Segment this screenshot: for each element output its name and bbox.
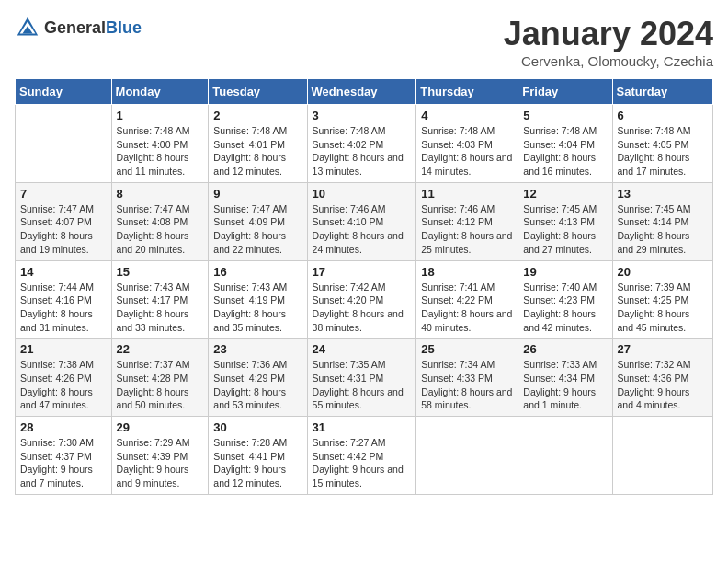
location-title: Cervenka, Olomoucky, Czechia	[504, 53, 713, 69]
calendar-table: SundayMondayTuesdayWednesdayThursdayFrid…	[15, 78, 713, 495]
calendar-cell: 31Sunrise: 7:27 AMSunset: 4:42 PMDayligh…	[307, 417, 416, 495]
calendar-cell: 8Sunrise: 7:47 AMSunset: 4:08 PMDaylight…	[111, 182, 209, 260]
calendar-week-4: 21Sunrise: 7:38 AMSunset: 4:26 PMDayligh…	[16, 339, 713, 417]
calendar-cell: 26Sunrise: 7:33 AMSunset: 4:34 PMDayligh…	[518, 339, 612, 417]
weekday-header-thursday: Thursday	[416, 79, 518, 105]
day-number: 5	[523, 109, 607, 122]
day-number: 7	[20, 187, 107, 201]
weekday-header-friday: Friday	[518, 79, 612, 105]
calendar-cell: 2Sunrise: 7:48 AMSunset: 4:01 PMDaylight…	[209, 105, 307, 183]
day-info: Sunrise: 7:42 AMSunset: 4:20 PMDaylight:…	[313, 281, 412, 335]
day-info: Sunrise: 7:47 AMSunset: 4:08 PMDaylight:…	[117, 202, 204, 257]
weekday-header-row: SundayMondayTuesdayWednesdayThursdayFrid…	[16, 79, 713, 105]
day-number: 10	[313, 187, 412, 201]
day-info: Sunrise: 7:37 AMSunset: 4:28 PMDaylight:…	[117, 358, 204, 412]
calendar-header: SundayMondayTuesdayWednesdayThursdayFrid…	[16, 79, 713, 105]
calendar-cell: 6Sunrise: 7:48 AMSunset: 4:05 PMDaylight…	[612, 105, 712, 183]
calendar-cell: 7Sunrise: 7:47 AMSunset: 4:07 PMDaylight…	[16, 182, 112, 260]
calendar-cell: 27Sunrise: 7:32 AMSunset: 4:36 PMDayligh…	[612, 339, 712, 417]
weekday-header-monday: Monday	[111, 79, 209, 105]
day-info: Sunrise: 7:38 AMSunset: 4:26 PMDaylight:…	[20, 358, 107, 412]
calendar-cell: 10Sunrise: 7:46 AMSunset: 4:10 PMDayligh…	[307, 182, 416, 260]
day-number: 12	[523, 187, 607, 201]
day-info: Sunrise: 7:43 AMSunset: 4:17 PMDaylight:…	[117, 281, 204, 335]
calendar-cell: 28Sunrise: 7:30 AMSunset: 4:37 PMDayligh…	[16, 417, 112, 495]
day-number: 29	[117, 420, 204, 434]
calendar-cell: 20Sunrise: 7:39 AMSunset: 4:25 PMDayligh…	[612, 260, 712, 339]
weekday-header-sunday: Sunday	[16, 79, 112, 105]
title-area: January 2024 Cervenka, Olomoucky, Czechi…	[504, 15, 713, 69]
calendar-week-2: 7Sunrise: 7:47 AMSunset: 4:07 PMDaylight…	[16, 182, 713, 260]
calendar-cell: 15Sunrise: 7:43 AMSunset: 4:17 PMDayligh…	[111, 260, 209, 339]
calendar-cell: 3Sunrise: 7:48 AMSunset: 4:02 PMDaylight…	[307, 105, 416, 183]
day-info: Sunrise: 7:29 AMSunset: 4:39 PMDaylight:…	[117, 436, 204, 490]
day-info: Sunrise: 7:48 AMSunset: 4:03 PMDaylight:…	[421, 124, 513, 178]
weekday-header-saturday: Saturday	[612, 79, 712, 105]
day-info: Sunrise: 7:45 AMSunset: 4:14 PMDaylight:…	[618, 202, 708, 257]
day-info: Sunrise: 7:41 AMSunset: 4:22 PMDaylight:…	[421, 281, 513, 335]
day-number: 16	[213, 265, 301, 279]
day-info: Sunrise: 7:28 AMSunset: 4:41 PMDaylight:…	[213, 436, 301, 490]
day-number: 24	[313, 342, 412, 356]
day-info: Sunrise: 7:48 AMSunset: 4:01 PMDaylight:…	[213, 124, 301, 178]
calendar-week-1: 1Sunrise: 7:48 AMSunset: 4:00 PMDaylight…	[16, 105, 713, 183]
day-number: 9	[213, 187, 301, 201]
calendar-cell: 4Sunrise: 7:48 AMSunset: 4:03 PMDaylight…	[416, 105, 518, 183]
calendar-cell: 1Sunrise: 7:48 AMSunset: 4:00 PMDaylight…	[111, 105, 209, 183]
day-info: Sunrise: 7:48 AMSunset: 4:00 PMDaylight:…	[117, 124, 204, 178]
day-number: 13	[618, 187, 708, 201]
calendar-cell: 12Sunrise: 7:45 AMSunset: 4:13 PMDayligh…	[518, 182, 612, 260]
weekday-header-wednesday: Wednesday	[307, 79, 416, 105]
day-info: Sunrise: 7:45 AMSunset: 4:13 PMDaylight:…	[523, 202, 607, 257]
day-number: 30	[213, 420, 301, 434]
day-number: 4	[421, 109, 513, 122]
calendar-cell: 29Sunrise: 7:29 AMSunset: 4:39 PMDayligh…	[111, 417, 209, 495]
day-info: Sunrise: 7:32 AMSunset: 4:36 PMDaylight:…	[618, 358, 708, 412]
day-number: 18	[421, 265, 513, 279]
day-number: 27	[618, 342, 708, 356]
day-info: Sunrise: 7:48 AMSunset: 4:04 PMDaylight:…	[523, 124, 607, 178]
day-number: 2	[213, 109, 301, 122]
day-info: Sunrise: 7:34 AMSunset: 4:33 PMDaylight:…	[421, 358, 513, 412]
day-info: Sunrise: 7:36 AMSunset: 4:29 PMDaylight:…	[213, 358, 301, 412]
day-info: Sunrise: 7:48 AMSunset: 4:05 PMDaylight:…	[618, 124, 708, 178]
day-number: 31	[313, 420, 412, 434]
calendar-cell: 24Sunrise: 7:35 AMSunset: 4:31 PMDayligh…	[307, 339, 416, 417]
calendar-cell: 22Sunrise: 7:37 AMSunset: 4:28 PMDayligh…	[111, 339, 209, 417]
day-info: Sunrise: 7:47 AMSunset: 4:07 PMDaylight:…	[20, 202, 107, 257]
day-number: 23	[213, 342, 301, 356]
calendar-cell: 11Sunrise: 7:46 AMSunset: 4:12 PMDayligh…	[416, 182, 518, 260]
day-number: 1	[117, 109, 204, 122]
logo-icon	[15, 15, 40, 40]
day-number: 17	[313, 265, 412, 279]
month-title: January 2024	[504, 15, 713, 53]
calendar-cell: 16Sunrise: 7:43 AMSunset: 4:19 PMDayligh…	[209, 260, 307, 339]
logo-blue: Blue	[106, 18, 142, 37]
day-number: 28	[20, 420, 107, 434]
day-number: 15	[117, 265, 204, 279]
day-number: 21	[20, 342, 107, 356]
day-info: Sunrise: 7:46 AMSunset: 4:12 PMDaylight:…	[421, 202, 513, 257]
day-info: Sunrise: 7:48 AMSunset: 4:02 PMDaylight:…	[313, 124, 412, 178]
calendar-cell	[16, 105, 112, 183]
day-info: Sunrise: 7:35 AMSunset: 4:31 PMDaylight:…	[313, 358, 412, 412]
day-number: 19	[523, 265, 607, 279]
calendar-cell: 14Sunrise: 7:44 AMSunset: 4:16 PMDayligh…	[16, 260, 112, 339]
day-info: Sunrise: 7:47 AMSunset: 4:09 PMDaylight:…	[213, 202, 301, 257]
calendar-cell: 25Sunrise: 7:34 AMSunset: 4:33 PMDayligh…	[416, 339, 518, 417]
weekday-header-tuesday: Tuesday	[209, 79, 307, 105]
calendar-cell: 19Sunrise: 7:40 AMSunset: 4:23 PMDayligh…	[518, 260, 612, 339]
calendar-cell	[518, 417, 612, 495]
calendar-week-5: 28Sunrise: 7:30 AMSunset: 4:37 PMDayligh…	[16, 417, 713, 495]
calendar-cell: 21Sunrise: 7:38 AMSunset: 4:26 PMDayligh…	[16, 339, 112, 417]
calendar-cell: 30Sunrise: 7:28 AMSunset: 4:41 PMDayligh…	[209, 417, 307, 495]
calendar-cell	[612, 417, 712, 495]
day-number: 11	[421, 187, 513, 201]
day-info: Sunrise: 7:44 AMSunset: 4:16 PMDaylight:…	[20, 281, 107, 335]
calendar-cell: 9Sunrise: 7:47 AMSunset: 4:09 PMDaylight…	[209, 182, 307, 260]
day-info: Sunrise: 7:27 AMSunset: 4:42 PMDaylight:…	[313, 436, 412, 490]
logo: GeneralBlue	[15, 15, 142, 40]
day-info: Sunrise: 7:46 AMSunset: 4:10 PMDaylight:…	[313, 202, 412, 257]
header: GeneralBlue January 2024 Cervenka, Olomo…	[15, 15, 713, 69]
day-info: Sunrise: 7:30 AMSunset: 4:37 PMDaylight:…	[20, 436, 107, 490]
